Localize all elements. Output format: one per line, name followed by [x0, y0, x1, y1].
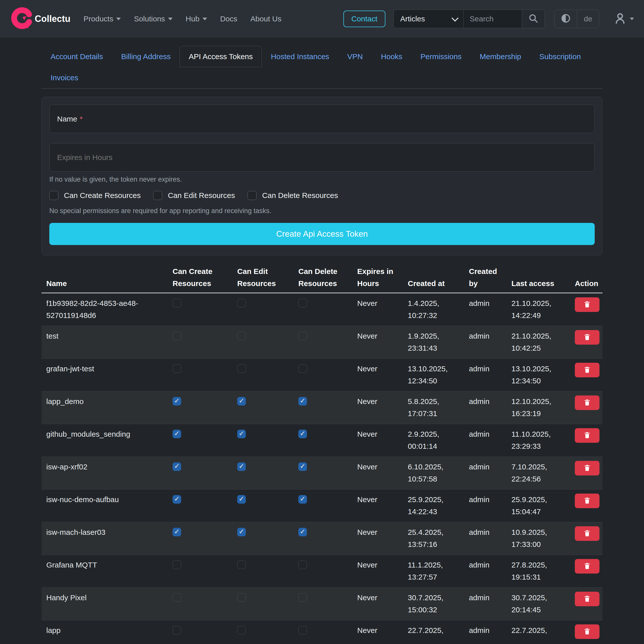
tab-hooks[interactable]: Hooks [372, 46, 411, 67]
page-content: Account Details Billing Address API Acce… [42, 46, 602, 644]
tab-api-access-tokens[interactable]: API Access Tokens [180, 46, 262, 67]
nav-item-about-us[interactable]: About Us [250, 15, 281, 23]
can-create-checkbox[interactable] [173, 560, 181, 569]
can-edit-checkbox[interactable] [237, 560, 246, 569]
can-create-checkbox[interactable] [173, 332, 181, 340]
delete-button[interactable] [575, 624, 599, 639]
can-edit-checkbox[interactable] [237, 528, 246, 536]
table-row: lapp_demo Never 5.8.2025, 17:07:31 admin… [42, 391, 602, 424]
user-menu[interactable] [614, 13, 634, 25]
nav-item-solutions[interactable]: Solutions [134, 15, 172, 23]
last-access-value: 21.10.2025, 10:42:25 [511, 330, 575, 354]
can-delete-checkbox[interactable] [298, 430, 307, 438]
created-at-value: 5.8.2025, 17:07:31 [408, 395, 469, 420]
can-create-checkbox[interactable] [173, 528, 181, 536]
can-edit-checkbox[interactable] [237, 495, 246, 504]
can-delete-checkbox[interactable] [298, 626, 307, 634]
can-edit-checkbox[interactable] [237, 593, 246, 602]
tab-permissions[interactable]: Permissions [411, 46, 470, 67]
delete-button[interactable] [575, 592, 599, 606]
checkbox-label: Can Create Resources [64, 191, 141, 200]
delete-button[interactable] [575, 428, 599, 443]
tab-invoices[interactable]: Invoices [42, 67, 87, 88]
search-category-select[interactable]: Articles [393, 10, 463, 28]
trash-icon [584, 562, 591, 570]
last-access-value: 12.10.2025, 16:23:19 [511, 395, 575, 420]
can-delete-checkbox[interactable] [298, 560, 307, 569]
can-create-checkbox[interactable] [173, 430, 181, 438]
can-edit-checkbox[interactable] [237, 299, 246, 307]
token-name: Handy Pixel [42, 592, 168, 604]
nav-label: Products [84, 15, 113, 23]
can-edit-checkbox[interactable] [237, 430, 246, 438]
tab-vpn[interactable]: VPN [338, 46, 372, 67]
can-edit-checkbox[interactable] [237, 397, 246, 406]
can-create-checkbox[interactable] [173, 364, 181, 373]
can-delete-checkbox[interactable] [298, 299, 307, 307]
can-delete-checkbox[interactable] [298, 593, 307, 602]
delete-button[interactable] [575, 461, 599, 475]
name-input[interactable]: Name * [49, 105, 595, 133]
nav-label: Docs [220, 15, 237, 23]
contact-button[interactable]: Contact [343, 11, 385, 27]
trash-icon [584, 530, 591, 538]
chevron-down-icon [116, 18, 121, 20]
created-at-value: 25.9.2025, 14:22:43 [408, 494, 469, 518]
can-delete-checkbox[interactable] [298, 528, 307, 536]
can-create-checkbox[interactable] [173, 299, 181, 307]
language-button[interactable]: de [577, 10, 599, 28]
created-by-value: admin [469, 592, 511, 604]
delete-button[interactable] [575, 494, 599, 508]
created-at-value: 25.4.2025, 13:57:16 [408, 526, 469, 550]
nav-item-products[interactable]: Products [84, 15, 121, 23]
delete-button[interactable] [575, 395, 599, 410]
can-create-checkbox[interactable] [173, 626, 181, 634]
search-button[interactable] [522, 10, 545, 28]
delete-button[interactable] [575, 526, 599, 541]
delete-button[interactable] [575, 559, 599, 574]
circle-half-icon [561, 14, 571, 24]
can-create-checkbox[interactable] [173, 495, 181, 504]
tab-billing-address[interactable]: Billing Address [112, 46, 180, 67]
created-at-value: 6.10.2025, 10:57:58 [408, 461, 469, 485]
tokens-table: Name Can Create Resources Can Edit Resou… [42, 265, 602, 644]
search-input[interactable] [463, 10, 522, 28]
tab-hosted-instances[interactable]: Hosted Instances [262, 46, 338, 67]
create-api-access-token-button[interactable]: Create Api Access Token [49, 223, 595, 245]
top-navbar: Collectu Products Solutions Hub Docs Abo… [0, 0, 644, 38]
can-create-resources-checkbox[interactable]: Can Create Resources [49, 191, 141, 200]
can-edit-checkbox[interactable] [237, 462, 246, 471]
expires-in-hours-input[interactable] [49, 143, 595, 172]
created-by-value: admin [469, 363, 511, 375]
created-at-value: 1.9.2025, 23:31:43 [408, 330, 469, 354]
nav-item-docs[interactable]: Docs [220, 15, 237, 23]
can-delete-checkbox[interactable] [298, 397, 307, 406]
can-delete-checkbox[interactable] [298, 332, 307, 340]
theme-toggle-button[interactable] [555, 10, 577, 28]
delete-button[interactable] [575, 363, 599, 377]
tab-membership[interactable]: Membership [471, 46, 530, 67]
can-create-checkbox[interactable] [173, 462, 181, 471]
last-access-value: 10.9.2025, 17:33:00 [511, 526, 575, 550]
can-delete-checkbox[interactable] [298, 364, 307, 373]
tab-subscription[interactable]: Subscription [530, 46, 590, 67]
can-delete-checkbox[interactable] [298, 462, 307, 471]
trash-icon [584, 628, 591, 636]
table-row: isw-mach-laser03 Never 25.4.2025, 13:57:… [42, 522, 602, 555]
table-row: isw-ap-xrf02 Never 6.10.2025, 10:57:58 a… [42, 457, 602, 490]
nav-item-hub[interactable]: Hub [186, 15, 207, 23]
trash-icon [584, 399, 591, 407]
delete-button[interactable] [575, 330, 599, 345]
can-edit-checkbox[interactable] [237, 364, 246, 373]
delete-button[interactable] [575, 297, 599, 312]
can-edit-resources-checkbox[interactable]: Can Edit Resources [153, 191, 235, 200]
tab-account-details[interactable]: Account Details [42, 46, 112, 67]
can-delete-resources-checkbox[interactable]: Can Delete Resources [248, 191, 338, 200]
brand[interactable]: Collectu [10, 7, 70, 30]
can-create-checkbox[interactable] [173, 397, 181, 406]
can-edit-checkbox[interactable] [237, 626, 246, 634]
created-by-value: admin [469, 559, 511, 571]
can-edit-checkbox[interactable] [237, 332, 246, 340]
can-delete-checkbox[interactable] [298, 495, 307, 504]
can-create-checkbox[interactable] [173, 593, 181, 602]
